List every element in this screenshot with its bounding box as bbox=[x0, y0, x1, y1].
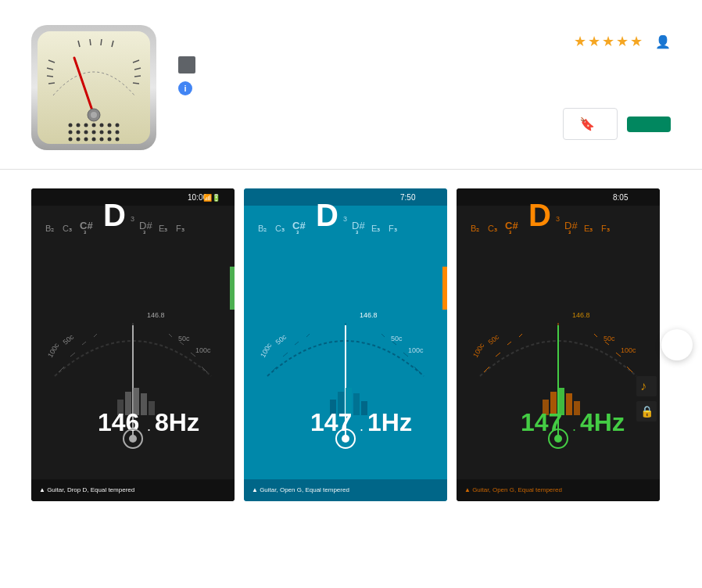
svg-text:₃: ₃ bbox=[296, 228, 299, 235]
svg-point-23 bbox=[116, 124, 120, 127]
svg-rect-111 bbox=[353, 393, 360, 415]
svg-text:B₂: B₂ bbox=[45, 224, 54, 233]
app-icon bbox=[31, 25, 156, 150]
svg-text:₃: ₃ bbox=[356, 228, 359, 235]
svg-text:₃: ₃ bbox=[509, 228, 512, 235]
svg-point-18 bbox=[77, 124, 81, 127]
svg-point-32 bbox=[77, 138, 81, 142]
svg-line-5 bbox=[48, 83, 55, 84]
star-1: ★ bbox=[574, 33, 586, 50]
svg-rect-112 bbox=[361, 401, 367, 415]
svg-text:F₃: F₃ bbox=[601, 224, 610, 233]
svg-text:146.8: 146.8 bbox=[147, 311, 165, 319]
svg-text:E₃: E₃ bbox=[371, 224, 380, 233]
svg-text:50c: 50c bbox=[178, 335, 190, 342]
svg-text:146.8: 146.8 bbox=[572, 311, 590, 319]
svg-point-22 bbox=[108, 124, 112, 127]
svg-point-158 bbox=[554, 435, 562, 443]
svg-text:.: . bbox=[147, 418, 151, 434]
screenshots-section: 10:06 📶🔋 B₂ C₃ C# ₃ D 3 D# ₃ E₃ F₃ 100c … bbox=[0, 170, 702, 520]
svg-text:F₃: F₃ bbox=[176, 224, 184, 233]
svg-text:50c: 50c bbox=[604, 335, 615, 342]
svg-rect-79 bbox=[230, 267, 235, 310]
svg-point-30 bbox=[116, 131, 120, 134]
svg-text:3: 3 bbox=[343, 215, 347, 223]
svg-line-12 bbox=[101, 39, 102, 45]
rating-badge-row bbox=[178, 56, 671, 74]
screenshots-container: 10:06 📶🔋 B₂ C₃ C# ₃ D 3 D# ₃ E₃ F₃ 100c … bbox=[31, 188, 702, 501]
svg-point-36 bbox=[108, 138, 112, 142]
svg-point-16 bbox=[91, 112, 97, 118]
svg-text:100c: 100c bbox=[195, 346, 211, 354]
svg-point-27 bbox=[92, 131, 96, 134]
svg-text:D: D bbox=[316, 198, 338, 232]
svg-text:7:50: 7:50 bbox=[400, 193, 416, 202]
svg-point-26 bbox=[84, 131, 88, 134]
svg-text:100c: 100c bbox=[621, 346, 636, 354]
app-header: ★ ★ ★ ★ ★ 👤 i 🔖 bbox=[0, 0, 702, 170]
svg-text:8:05: 8:05 bbox=[613, 193, 629, 202]
svg-point-37 bbox=[116, 138, 120, 142]
install-button[interactable] bbox=[627, 117, 671, 132]
svg-point-76 bbox=[129, 435, 137, 443]
svg-text:📶🔋: 📶🔋 bbox=[203, 193, 221, 203]
info-icon: i bbox=[178, 81, 192, 95]
svg-line-4 bbox=[47, 76, 53, 77]
star-half: ★ bbox=[630, 33, 643, 50]
svg-point-25 bbox=[77, 131, 81, 134]
svg-rect-70 bbox=[141, 393, 147, 415]
svg-point-34 bbox=[92, 138, 96, 142]
svg-text:146.8: 146.8 bbox=[360, 311, 378, 319]
svg-text:4Hz: 4Hz bbox=[580, 408, 625, 436]
svg-text:B₂: B₂ bbox=[258, 224, 267, 233]
svg-text:₃: ₃ bbox=[84, 228, 87, 235]
svg-text:🔒: 🔒 bbox=[640, 405, 654, 418]
svg-rect-161 bbox=[636, 376, 657, 396]
svg-point-20 bbox=[92, 124, 96, 127]
svg-line-9 bbox=[133, 83, 139, 84]
svg-text:D: D bbox=[103, 198, 126, 232]
person-icon: 👤 bbox=[655, 34, 671, 49]
svg-point-33 bbox=[84, 138, 88, 142]
app-details: ★ ★ ★ ★ ★ 👤 i 🔖 bbox=[178, 25, 671, 140]
svg-text:C₃: C₃ bbox=[275, 224, 285, 233]
svg-text:D: D bbox=[528, 198, 551, 232]
svg-text:E₃: E₃ bbox=[584, 224, 593, 233]
screenshot-3: 8:05 B₂ C₃ C# ₃ D 3 D# ₃ E₃ F₃ 100c 50c … bbox=[457, 188, 660, 501]
svg-text:B₂: B₂ bbox=[471, 224, 479, 233]
wishlist-icon: 🔖 bbox=[579, 117, 595, 131]
svg-text:▲  Guitar, Drop D, Equal tempe: ▲ Guitar, Drop D, Equal tempered bbox=[39, 486, 134, 493]
svg-point-19 bbox=[84, 124, 88, 127]
svg-point-117 bbox=[342, 435, 349, 443]
svg-point-24 bbox=[69, 131, 73, 134]
esrb-badge bbox=[178, 56, 195, 74]
svg-point-31 bbox=[69, 138, 73, 142]
svg-text:C₃: C₃ bbox=[488, 224, 497, 233]
svg-line-11 bbox=[90, 39, 91, 45]
svg-text:F₃: F₃ bbox=[389, 224, 397, 233]
next-arrow[interactable] bbox=[661, 329, 693, 360]
svg-text:147: 147 bbox=[310, 408, 352, 436]
wishlist-button[interactable]: 🔖 bbox=[563, 108, 618, 140]
star-4: ★ bbox=[616, 33, 629, 50]
svg-text:1Hz: 1Hz bbox=[367, 408, 412, 436]
svg-text:.: . bbox=[360, 418, 364, 434]
star-3: ★ bbox=[602, 33, 614, 50]
compatible-row: i bbox=[178, 81, 671, 95]
svg-text:147: 147 bbox=[521, 408, 562, 436]
svg-point-35 bbox=[100, 138, 104, 142]
svg-rect-122 bbox=[457, 188, 660, 206]
svg-text:₃: ₃ bbox=[568, 228, 571, 235]
svg-text:146: 146 bbox=[98, 408, 139, 436]
svg-text:.: . bbox=[572, 418, 576, 434]
rating-section: ★ ★ ★ ★ ★ 👤 bbox=[574, 33, 671, 50]
svg-text:3: 3 bbox=[131, 215, 134, 223]
action-row: 🔖 bbox=[178, 108, 671, 140]
svg-text:₃: ₃ bbox=[143, 228, 146, 235]
svg-point-29 bbox=[108, 131, 112, 134]
svg-text:100c: 100c bbox=[408, 346, 424, 354]
svg-rect-81 bbox=[244, 188, 447, 206]
screenshot-1: 10:06 📶🔋 B₂ C₃ C# ₃ D 3 D# ₃ E₃ F₃ 100c … bbox=[31, 188, 235, 501]
star-2: ★ bbox=[588, 33, 600, 50]
svg-rect-120 bbox=[442, 267, 447, 310]
